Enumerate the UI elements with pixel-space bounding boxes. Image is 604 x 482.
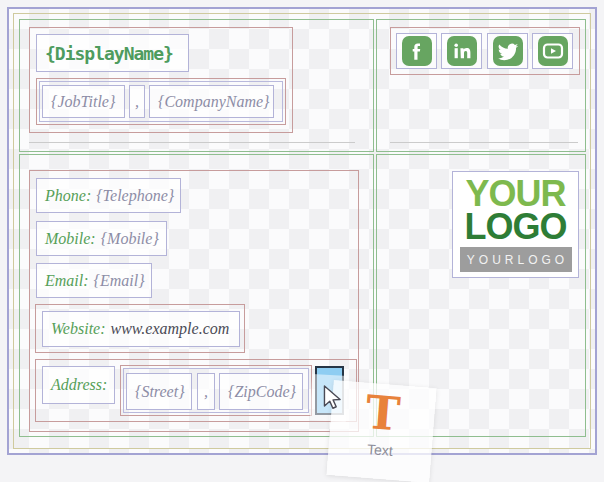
job-title-field[interactable]: {JobTitle} [42,85,125,118]
social-youtube-button[interactable] [532,33,573,69]
zipcode-placeholder: {ZipCode} [228,383,296,401]
signature-template-editor: {DisplayName} {JobTitle} , {CompanyName} [0,0,604,482]
mobile-label: Mobile: [45,230,96,248]
twitter-icon [493,36,523,66]
zipcode-field[interactable]: {ZipCode} [219,373,303,410]
social-linkedin-button[interactable] [441,33,482,69]
email-placeholder: {Email} [94,272,145,290]
top-left-divider [29,142,355,143]
website-value: www.example.com [111,320,230,338]
top-right-divider [390,142,578,143]
logo-placeholder[interactable]: YOUR LOGO YOURLOGO [452,171,579,278]
job-title-text: {JobTitle} [51,93,115,111]
text-tool-label: Text [367,441,394,459]
facebook-icon [402,36,432,66]
phone-placeholder: {Telephone} [96,187,174,205]
email-field[interactable]: Email: {Email} [36,263,152,298]
display-name-field[interactable]: {DisplayName} [36,34,189,72]
linkedin-icon [447,36,477,66]
logo-text-logo: LOGO [465,210,567,243]
address-label: Address: [51,376,107,394]
logo-badge: YOURLOGO [460,247,572,272]
mouse-cursor-icon [319,385,345,417]
display-name-text: {DisplayName} [45,43,173,64]
text-tool-icon: T [364,389,402,438]
social-twitter-button[interactable] [487,33,528,69]
website-label: Website: [51,320,106,338]
mobile-field[interactable]: Mobile: {Mobile} [36,221,167,256]
separator-field[interactable]: , [129,85,145,118]
address-separator-field[interactable]: , [197,373,215,410]
address-separator-text: , [204,383,208,401]
company-name-field[interactable]: {CompanyName} [149,85,274,118]
separator-text: , [135,93,139,111]
address-label-field[interactable]: Address: [42,366,115,404]
website-field[interactable]: Website: www.example.com [42,311,240,347]
mobile-placeholder: {Mobile} [101,230,159,248]
street-field[interactable]: {Street} [126,373,192,410]
street-placeholder: {Street} [135,383,185,401]
email-label: Email: [45,272,89,290]
company-name-text: {CompanyName} [158,93,269,111]
youtube-icon [538,36,568,66]
phone-label: Phone: [45,187,91,205]
phone-field[interactable]: Phone: {Telephone} [36,178,181,213]
social-facebook-button[interactable] [396,33,437,69]
